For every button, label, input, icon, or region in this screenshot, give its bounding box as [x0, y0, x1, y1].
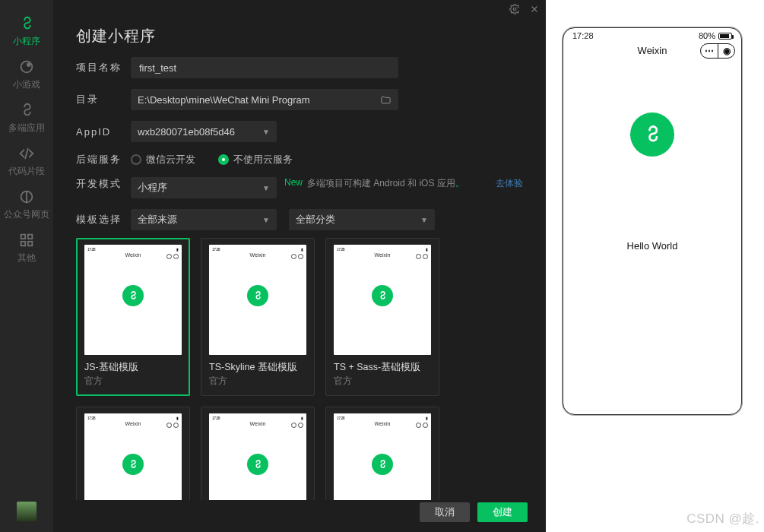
- project-name-field[interactable]: [131, 57, 398, 78]
- category-filter-value: 全部分类: [296, 213, 335, 226]
- template-name: JS-基础模版: [84, 361, 182, 373]
- footer: 取消 创建: [53, 500, 546, 532]
- miniprogram-logo-icon: [247, 285, 268, 306]
- template-card[interactable]: 17:28▮ Weixin JS-基础模版官方: [76, 238, 190, 396]
- battery-icon: 80%: [699, 31, 732, 40]
- chevron-down-icon: ▼: [262, 216, 270, 224]
- capsule-more-icon[interactable]: ⋯: [701, 44, 718, 58]
- template-thumb: 17:28▮ Weixin: [334, 413, 431, 500]
- chevron-down-icon: ▼: [262, 128, 270, 136]
- capsule-target-icon[interactable]: ◉: [718, 44, 734, 58]
- miniprogram-icon: [18, 15, 35, 32]
- svg-point-1: [27, 63, 30, 66]
- devmode-value: 小程序: [138, 181, 167, 195]
- settings-icon[interactable]: [509, 4, 520, 14]
- appid-select[interactable]: wxb280071eb08f5d46 ▼: [131, 121, 277, 142]
- officialpage-icon: [18, 188, 35, 205]
- preview-time: 17:28: [572, 31, 594, 40]
- radio-none[interactable]: 不使用云服务: [218, 153, 293, 166]
- user-avatar[interactable]: [17, 502, 36, 521]
- sidebar-item-other[interactable]: 其他: [0, 226, 53, 269]
- miniprogram-logo-icon: [372, 285, 393, 306]
- svg-rect-2: [21, 235, 26, 239]
- svg-point-6: [513, 8, 516, 11]
- label-template: 模板选择: [76, 213, 131, 226]
- template-name: TS + Sass-基础模版: [334, 361, 431, 373]
- sidebar-item-label: 多端应用: [8, 122, 45, 135]
- radio-label: 不使用云服务: [233, 153, 293, 166]
- radio-cloud[interactable]: 微信云开发: [131, 153, 195, 166]
- directory-value: E:\Desktop\mine\WeChat Mini Program: [138, 94, 310, 106]
- sidebar-item-miniprogram[interactable]: 小程序: [0, 9, 53, 52]
- new-badge: New: [284, 177, 303, 188]
- create-button[interactable]: 创建: [477, 502, 528, 522]
- page-title: 创建小程序: [76, 26, 523, 46]
- template-card[interactable]: 17:28▮ Weixin TS-Skyline 基础模版官方: [201, 238, 315, 396]
- label-backend: 后端服务: [76, 153, 131, 166]
- close-icon[interactable]: [529, 4, 540, 14]
- sidebar-item-label: 代码片段: [8, 165, 45, 178]
- template-source: 官方: [209, 375, 306, 388]
- codefragment-icon: [18, 145, 35, 162]
- template-grid-wrapper: 17:28▮ Weixin JS-基础模版官方 17:28▮ Weixin TS…: [76, 238, 523, 500]
- directory-field[interactable]: E:\Desktop\mine\WeChat Mini Program: [131, 89, 398, 110]
- multiend-icon: [18, 102, 35, 119]
- folder-icon[interactable]: [380, 94, 392, 106]
- try-link[interactable]: 去体验: [496, 177, 523, 189]
- template-card[interactable]: 17:28▮ Weixin: [325, 407, 439, 500]
- appid-value: wxb280071eb08f5d46: [138, 126, 235, 138]
- sidebar-item-multiend[interactable]: 多端应用: [0, 96, 53, 139]
- radio-dot-icon: [218, 154, 229, 165]
- label-directory: 目录: [76, 93, 131, 106]
- sidebar: 小程序小游戏多端应用代码片段公众号网页其他: [0, 0, 53, 532]
- label-devmode: 开发模式: [76, 177, 131, 191]
- simulator-preview: 17:28 80% Weixin ⋯ ◉ Hello World: [563, 27, 742, 415]
- template-thumb: 17:28▮ Weixin: [209, 245, 306, 355]
- svg-rect-3: [28, 235, 33, 239]
- preview-title: Weixin: [638, 45, 667, 56]
- template-card[interactable]: 17:28▮ Weixin: [76, 407, 190, 500]
- backend-radio-group: 微信云开发不使用云服务: [131, 153, 293, 166]
- template-thumb: 17:28▮ Weixin: [209, 413, 306, 500]
- main-panel: 创建小程序 项目名称 目录 E:\Desktop\mine\WeChat Min…: [53, 0, 546, 532]
- source-filter-select[interactable]: 全部来源 ▼: [131, 209, 277, 230]
- template-thumb: 17:28▮ Weixin: [84, 413, 182, 500]
- minigame-icon: [18, 59, 35, 75]
- devmode-hint: 多端项目可构建 Android 和 iOS 应用。: [307, 177, 464, 189]
- category-filter-select[interactable]: 全部分类 ▼: [289, 209, 435, 230]
- template-name: TS-Skyline 基础模版: [209, 361, 306, 373]
- source-filter-value: 全部来源: [138, 213, 177, 226]
- window-controls: [53, 0, 546, 18]
- sidebar-item-minigame[interactable]: 小游戏: [0, 52, 53, 96]
- template-thumb: 17:28▮ Weixin: [84, 245, 182, 355]
- svg-rect-5: [28, 242, 33, 246]
- miniprogram-logo-icon: [372, 454, 393, 475]
- label-appid: AppID: [76, 126, 131, 138]
- sidebar-item-label: 小游戏: [13, 78, 40, 91]
- template-thumb: 17:28▮ Weixin: [334, 245, 431, 355]
- template-source: 官方: [334, 375, 431, 388]
- devmode-select[interactable]: 小程序 ▼: [131, 177, 277, 198]
- miniprogram-logo-icon: [247, 454, 268, 475]
- template-source: 官方: [84, 375, 182, 388]
- chevron-down-icon: ▼: [420, 216, 428, 224]
- preview-hello-text: Hello World: [627, 240, 678, 252]
- label-project-name: 项目名称: [76, 61, 131, 74]
- cancel-button[interactable]: 取消: [420, 502, 470, 522]
- capsule-menu[interactable]: ⋯ ◉: [700, 43, 735, 59]
- template-card[interactable]: 17:28▮ Weixin TS + Sass-基础模版官方: [325, 238, 439, 396]
- other-icon: [18, 232, 35, 249]
- sidebar-item-label: 小程序: [13, 35, 40, 48]
- radio-dot-icon: [131, 154, 141, 165]
- sidebar-item-codefragment[interactable]: 代码片段: [0, 139, 53, 182]
- miniprogram-logo-icon: [122, 454, 144, 475]
- miniprogram-logo-icon: [630, 112, 674, 157]
- svg-point-0: [21, 62, 33, 73]
- template-card[interactable]: 17:28▮ Weixin: [201, 407, 315, 500]
- watermark-text: CSDN @趁.: [686, 510, 759, 527]
- miniprogram-logo-icon: [122, 285, 144, 306]
- chevron-down-icon: ▼: [262, 184, 270, 192]
- sidebar-item-label: 其他: [17, 252, 36, 264]
- project-name-input[interactable]: [138, 62, 392, 74]
- sidebar-item-officialpage[interactable]: 公众号网页: [0, 182, 53, 226]
